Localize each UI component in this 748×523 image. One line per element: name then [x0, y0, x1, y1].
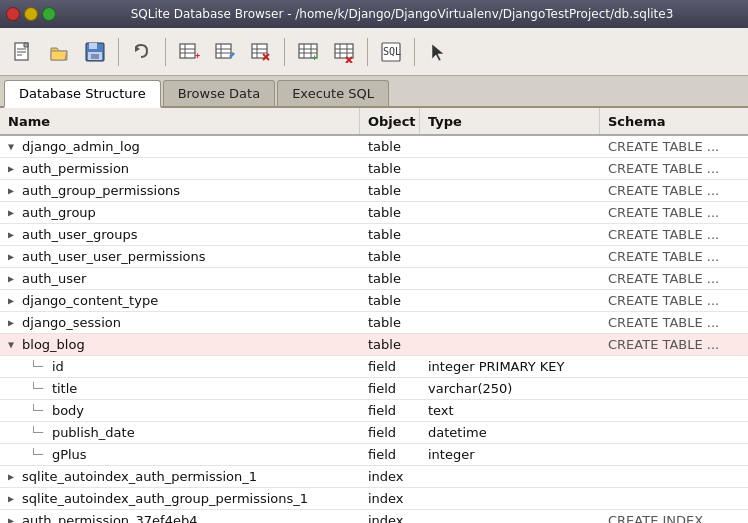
cell-object: index	[360, 466, 420, 487]
new-db-button[interactable]	[6, 35, 40, 69]
cell-type: text	[420, 400, 600, 421]
cell-name: ▶ auth_user_user_permissions	[0, 246, 360, 267]
cell-object: table	[360, 334, 420, 355]
expand-icon[interactable]: ▼	[8, 141, 20, 152]
table-row[interactable]: ▶ auth_grouptableCREATE TABLE ...	[0, 202, 748, 224]
expand-icon[interactable]: ▶	[8, 471, 20, 482]
cell-schema: CREATE TABLE ...	[600, 180, 748, 201]
tab-execute-sql[interactable]: Execute SQL	[277, 80, 389, 106]
cell-name: ▶ auth_permission	[0, 158, 360, 179]
cursor-button[interactable]	[421, 35, 455, 69]
separator-3	[284, 38, 285, 66]
expand-icon[interactable]: ▶	[8, 251, 20, 262]
expand-icon[interactable]: ▶	[8, 185, 20, 196]
delete-row-button[interactable]	[327, 35, 361, 69]
cell-type	[420, 158, 600, 179]
cell-type	[420, 136, 600, 157]
cell-object: field	[360, 422, 420, 443]
col-header-object: Object	[360, 108, 420, 134]
cell-type	[420, 268, 600, 289]
cell-schema	[600, 466, 748, 487]
separator-4	[367, 38, 368, 66]
tab-database-structure[interactable]: Database Structure	[4, 80, 161, 108]
expand-icon[interactable]: ▶	[8, 229, 20, 240]
close-button[interactable]	[6, 7, 20, 21]
window-controls	[6, 7, 56, 21]
row-name: auth_group	[22, 205, 96, 220]
new-table-button[interactable]: +	[172, 35, 206, 69]
separator-1	[118, 38, 119, 66]
row-name: gPlus	[52, 447, 87, 462]
main-content: Name Object Type Schema ▼ django_admin_l…	[0, 108, 748, 523]
minimize-button[interactable]	[24, 7, 38, 21]
table-body[interactable]: ▼ django_admin_logtableCREATE TABLE ...▶…	[0, 136, 748, 523]
table-row[interactable]: ▶ auth_usertableCREATE TABLE ...	[0, 268, 748, 290]
save-db-button[interactable]	[78, 35, 112, 69]
cell-type	[420, 466, 600, 487]
connector-icon: └─	[30, 448, 50, 461]
expand-icon[interactable]: ▶	[8, 273, 20, 284]
row-name: auth_user_groups	[22, 227, 137, 242]
table-row[interactable]: ▼ django_admin_logtableCREATE TABLE ...	[0, 136, 748, 158]
expand-icon[interactable]: ▶	[8, 207, 20, 218]
cell-object: index	[360, 488, 420, 509]
open-db-button[interactable]	[42, 35, 76, 69]
cell-object: table	[360, 312, 420, 333]
add-row-button[interactable]: +	[291, 35, 325, 69]
row-name: blog_blog	[22, 337, 85, 352]
cell-schema	[600, 488, 748, 509]
row-name: title	[52, 381, 77, 396]
expand-icon[interactable]: ▶	[8, 317, 20, 328]
table-row[interactable]: ▶ auth_permission_37ef4eb4indexCREATE IN…	[0, 510, 748, 523]
cell-schema: CREATE TABLE ...	[600, 246, 748, 267]
expand-icon[interactable]: ▼	[8, 339, 20, 350]
cell-object: field	[360, 356, 420, 377]
cell-name: └─ publish_date	[0, 422, 360, 443]
svg-rect-9	[180, 44, 195, 58]
sql-editor-button[interactable]: SQL	[374, 35, 408, 69]
col-header-schema: Schema	[600, 108, 748, 134]
undo-button[interactable]	[125, 35, 159, 69]
row-name: django_admin_log	[22, 139, 140, 154]
cell-name: ▶ sqlite_autoindex_auth_group_permission…	[0, 488, 360, 509]
delete-table-button[interactable]	[244, 35, 278, 69]
tab-browse-data[interactable]: Browse Data	[163, 80, 276, 106]
expand-icon[interactable]: ▶	[8, 163, 20, 174]
table-row[interactable]: ▶ django_sessiontableCREATE TABLE ...	[0, 312, 748, 334]
expand-icon[interactable]: ▶	[8, 295, 20, 306]
maximize-button[interactable]	[42, 7, 56, 21]
expand-icon[interactable]: ▶	[8, 515, 20, 523]
table-row[interactable]: └─ gPlusfieldinteger	[0, 444, 748, 466]
table-row[interactable]: ▶ auth_permissiontableCREATE TABLE ...	[0, 158, 748, 180]
table-row[interactable]: └─ publish_datefielddatetime	[0, 422, 748, 444]
cell-object: field	[360, 400, 420, 421]
cell-object: index	[360, 510, 420, 523]
cell-type	[420, 488, 600, 509]
table-row[interactable]: └─ bodyfieldtext	[0, 400, 748, 422]
cell-object: table	[360, 290, 420, 311]
cell-object: table	[360, 158, 420, 179]
table-row[interactable]: ▶ django_content_typetableCREATE TABLE .…	[0, 290, 748, 312]
table-row[interactable]: ▶ auth_user_groupstableCREATE TABLE ...	[0, 224, 748, 246]
titlebar: SQLite Database Browser - /home/k/Django…	[0, 0, 748, 28]
svg-text:+: +	[195, 51, 200, 61]
row-name: auth_permission	[22, 161, 129, 176]
cell-schema: CREATE TABLE ...	[600, 202, 748, 223]
table-row[interactable]: ▼ blog_blogtableCREATE TABLE ...	[0, 334, 748, 356]
cell-object: table	[360, 202, 420, 223]
table-row[interactable]: ▶ sqlite_autoindex_auth_group_permission…	[0, 488, 748, 510]
cell-schema: CREATE TABLE ...	[600, 290, 748, 311]
table-row[interactable]: ▶ auth_group_permissionstableCREATE TABL…	[0, 180, 748, 202]
cell-type	[420, 180, 600, 201]
table-row[interactable]: ▶ auth_user_user_permissionstableCREATE …	[0, 246, 748, 268]
connector-icon: └─	[30, 382, 50, 395]
edit-table-button[interactable]	[208, 35, 242, 69]
table-row[interactable]: └─ idfieldinteger PRIMARY KEY	[0, 356, 748, 378]
table-row[interactable]: └─ titlefieldvarchar(250)	[0, 378, 748, 400]
row-name: django_content_type	[22, 293, 158, 308]
cell-schema: CREATE TABLE ...	[600, 312, 748, 333]
cell-name: └─ id	[0, 356, 360, 377]
expand-icon[interactable]: ▶	[8, 493, 20, 504]
separator-2	[165, 38, 166, 66]
table-row[interactable]: ▶ sqlite_autoindex_auth_permission_1inde…	[0, 466, 748, 488]
